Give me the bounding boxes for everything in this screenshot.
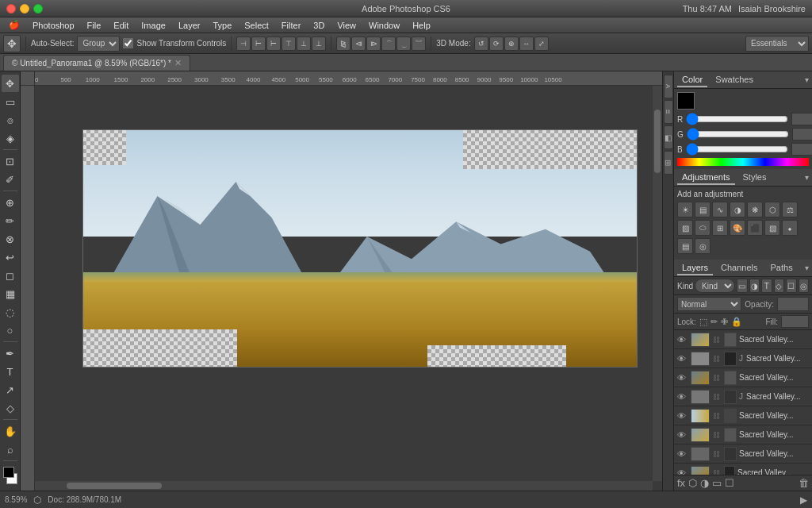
colorbalance-adj-icon[interactable]: ⚖ bbox=[782, 202, 798, 217]
menu-edit[interactable]: Edit bbox=[108, 19, 134, 32]
bw-adj-icon[interactable]: ▨ bbox=[677, 220, 693, 236]
b-slider[interactable] bbox=[686, 146, 788, 152]
brush-button[interactable]: ✏ bbox=[2, 212, 19, 229]
g-input[interactable]: 0 bbox=[792, 128, 812, 140]
blend-mode-dropdown[interactable]: Normal Multiply Screen bbox=[677, 297, 741, 311]
filter-toggle[interactable]: ◎ bbox=[799, 279, 810, 293]
lock-transparent-icon[interactable]: ⬚ bbox=[699, 317, 707, 327]
b-input[interactable]: 0 bbox=[791, 143, 812, 156]
r-input[interactable]: 0 bbox=[791, 113, 812, 125]
levels-adj-icon[interactable]: ▤ bbox=[695, 202, 710, 217]
canvas-area[interactable]: 0 500 1000 1500 2000 2500 3000 3500 4000… bbox=[21, 71, 662, 491]
gradient-button[interactable]: ▦ bbox=[2, 285, 19, 302]
layers-panel-collapse[interactable]: ▾ bbox=[805, 264, 809, 272]
magic-wand-button[interactable]: ◈ bbox=[2, 129, 19, 147]
menu-image[interactable]: Image bbox=[136, 19, 171, 32]
layer-4-eye-icon[interactable]: 👁 bbox=[677, 411, 688, 421]
autoselect-dropdown[interactable]: Group Layer bbox=[77, 36, 120, 52]
styles-tab[interactable]: Styles bbox=[738, 171, 772, 185]
pen-tool-button[interactable]: ✒ bbox=[2, 344, 19, 362]
layer-0-eye-icon[interactable]: 👁 bbox=[677, 335, 688, 344]
layer-item-1[interactable]: 👁 ⛓ J Sacred Valley... bbox=[674, 349, 812, 368]
threshold-adj-icon[interactable]: ⬥ bbox=[782, 220, 798, 236]
horizontal-scrollbar[interactable] bbox=[35, 481, 653, 491]
mini-panel-btn-3[interactable]: ◧ bbox=[664, 125, 673, 149]
menu-help[interactable]: Help bbox=[407, 19, 436, 32]
doc-tab-close-button[interactable]: ✕ bbox=[174, 58, 182, 68]
3d-roll-icon[interactable]: ⟳ bbox=[489, 37, 504, 51]
menu-photoshop-app[interactable]: Photoshop bbox=[27, 19, 80, 32]
invert-adj-icon[interactable]: ⬛ bbox=[747, 220, 763, 236]
menu-select[interactable]: Select bbox=[239, 19, 274, 32]
selectcolor-adj-icon[interactable]: ◎ bbox=[695, 238, 710, 254]
layers-tab[interactable]: Layers bbox=[677, 261, 713, 275]
menu-photoshop[interactable]: 🍎 bbox=[3, 18, 25, 32]
dist-center-h-icon[interactable]: ⧏ bbox=[351, 37, 366, 51]
adj-panel-collapse[interactable]: ▾ bbox=[805, 173, 809, 182]
menu-type[interactable]: Type bbox=[207, 19, 237, 32]
healing-brush-button[interactable]: ⊕ bbox=[2, 194, 19, 211]
history-brush-button[interactable]: ↩ bbox=[2, 248, 19, 266]
mini-panel-btn-1[interactable]: A bbox=[664, 75, 673, 98]
filter-type-icon[interactable]: T bbox=[761, 279, 772, 293]
lasso-tool-button[interactable]: ⌾ bbox=[2, 111, 19, 129]
posterize-adj-icon[interactable]: ▧ bbox=[764, 220, 780, 236]
photofilt-adj-icon[interactable]: ⬭ bbox=[695, 220, 710, 236]
exposure-adj-icon[interactable]: ◑ bbox=[730, 202, 745, 217]
move-tool-button[interactable]: ✥ bbox=[2, 75, 19, 92]
align-left-icon[interactable]: ⊣ bbox=[236, 37, 251, 51]
hsl-adj-icon[interactable]: ⬡ bbox=[764, 202, 780, 217]
canvas-container[interactable] bbox=[35, 86, 662, 491]
dist-center-v-icon[interactable]: ⏟ bbox=[396, 37, 411, 51]
dist-left-icon[interactable]: ⧎ bbox=[336, 37, 350, 51]
foreground-color-swatch[interactable] bbox=[3, 467, 14, 478]
selection-tool-button[interactable]: ▭ bbox=[2, 93, 19, 110]
dist-top-icon[interactable]: ⏞ bbox=[381, 37, 396, 51]
close-button[interactable] bbox=[6, 4, 16, 13]
menu-filter[interactable]: Filter bbox=[276, 19, 306, 32]
3d-rotate-icon[interactable]: ↺ bbox=[474, 37, 488, 51]
layer-fx-icon[interactable]: fx bbox=[677, 477, 685, 489]
channelmix-adj-icon[interactable]: ⊞ bbox=[712, 220, 728, 236]
clone-stamp-button[interactable]: ⊗ bbox=[2, 230, 19, 248]
filter-adj-icon[interactable]: ◑ bbox=[749, 279, 760, 293]
maximize-button[interactable] bbox=[33, 4, 43, 13]
layer-item-3[interactable]: 👁 ⛓ J Sacred Valley... bbox=[674, 387, 812, 406]
layer-1-eye-icon[interactable]: 👁 bbox=[677, 354, 688, 364]
adjustments-tab[interactable]: Adjustments bbox=[677, 171, 735, 185]
filter-pixel-icon[interactable]: ▭ bbox=[737, 279, 748, 293]
layer-item-6[interactable]: 👁 ⛓ Sacred Valley... bbox=[674, 444, 812, 464]
menu-layer[interactable]: Layer bbox=[173, 19, 206, 32]
align-center-v-icon[interactable]: ⊥ bbox=[297, 37, 311, 51]
dist-right-icon[interactable]: ⧐ bbox=[366, 37, 381, 51]
layer-item-4[interactable]: 👁 ⛓ Sacred Valley... bbox=[674, 406, 812, 425]
delete-layer-icon[interactable]: 🗑 bbox=[799, 477, 809, 489]
blur-button[interactable]: ◌ bbox=[2, 303, 19, 321]
mini-panel-btn-2[interactable]: ≡ bbox=[664, 100, 673, 124]
lock-paint-icon[interactable]: ✏ bbox=[710, 317, 718, 327]
3d-slide-icon[interactable]: ↔ bbox=[519, 37, 534, 51]
menu-view[interactable]: View bbox=[331, 19, 362, 32]
3d-pan-icon[interactable]: ⊕ bbox=[504, 37, 519, 51]
filter-smartobj-icon[interactable]: ☐ bbox=[786, 279, 797, 293]
lock-position-icon[interactable]: ✙ bbox=[721, 317, 728, 327]
layer-item-0[interactable]: 👁 ⛓ Sacred Valley... bbox=[674, 330, 812, 349]
add-adj-icon[interactable]: ◑ bbox=[700, 477, 709, 489]
align-right-icon[interactable]: ⊢ bbox=[266, 37, 281, 51]
dist-bottom-icon[interactable]: ⏡ bbox=[412, 37, 426, 51]
new-layer-icon[interactable]: ☐ bbox=[725, 477, 734, 489]
crop-tool-button[interactable]: ⊡ bbox=[2, 152, 19, 170]
paths-tab[interactable]: Paths bbox=[766, 261, 798, 275]
zoom-tool-button[interactable]: ⌕ bbox=[2, 441, 19, 458]
color-panel-collapse[interactable]: ▾ bbox=[805, 75, 809, 84]
hand-tool-button[interactable]: ✋ bbox=[2, 422, 19, 440]
gradientmap-adj-icon[interactable]: ▤ bbox=[677, 238, 693, 254]
add-mask-icon[interactable]: ⬡ bbox=[688, 477, 697, 489]
opacity-input[interactable]: 100% bbox=[777, 297, 809, 311]
layer-6-eye-icon[interactable]: 👁 bbox=[677, 449, 688, 459]
timeline-play-icon[interactable]: ▶ bbox=[800, 495, 807, 506]
dodge-button[interactable]: ○ bbox=[2, 321, 19, 339]
layer-3-eye-icon[interactable]: 👁 bbox=[677, 392, 688, 402]
filter-shape-icon[interactable]: ◇ bbox=[774, 279, 785, 293]
type-tool-button[interactable]: T bbox=[2, 363, 19, 380]
